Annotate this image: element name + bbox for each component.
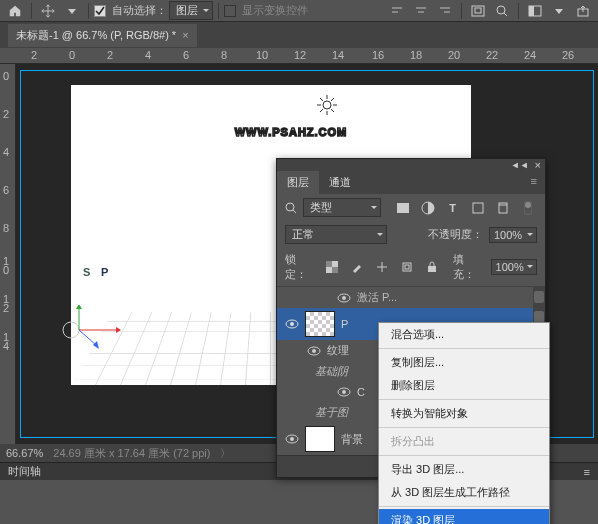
layer-partial[interactable]: 激活 P... bbox=[277, 287, 545, 308]
lock-transparency-icon[interactable] bbox=[322, 258, 341, 276]
layer-thumbnail[interactable] bbox=[305, 311, 335, 337]
lock-artboard-icon[interactable] bbox=[397, 258, 416, 276]
show-transform-checkbox[interactable] bbox=[224, 5, 236, 17]
svg-rect-5 bbox=[444, 11, 450, 13]
blend-row: 正常 不透明度： 100% bbox=[277, 221, 545, 248]
zoom-level[interactable]: 66.67% bbox=[6, 447, 43, 459]
svg-rect-3 bbox=[418, 11, 424, 13]
3d-mode-icon[interactable] bbox=[467, 2, 489, 20]
svg-marker-27 bbox=[93, 341, 99, 349]
visibility-icon[interactable] bbox=[337, 385, 351, 399]
ctx-gen-path[interactable]: 从 3D 图层生成工作路径 bbox=[379, 481, 549, 504]
filter-row: 类型 T bbox=[277, 194, 545, 221]
filter-kind-dropdown[interactable]: 类型 bbox=[303, 198, 381, 217]
filter-search-icon[interactable] bbox=[285, 202, 297, 214]
svg-point-12 bbox=[323, 101, 331, 109]
filter-shape-icon[interactable] bbox=[468, 199, 487, 217]
filter-type-icon[interactable]: T bbox=[443, 199, 462, 217]
svg-rect-0 bbox=[392, 7, 402, 9]
workspace-dd-icon[interactable] bbox=[548, 2, 570, 20]
align-icon-2[interactable] bbox=[410, 2, 432, 20]
filter-toggle-icon[interactable] bbox=[518, 199, 537, 217]
ctx-convert-smart[interactable]: 转换为智能对象 bbox=[379, 402, 549, 425]
layer-context-menu: 混合选项... 复制图层... 删除图层 转换为智能对象 拆分凸出 导出 3D … bbox=[378, 322, 550, 524]
ctx-blend-options[interactable]: 混合选项... bbox=[379, 323, 549, 346]
filter-pixel-icon[interactable] bbox=[393, 199, 412, 217]
close-panel-icon[interactable]: × bbox=[535, 159, 541, 171]
lock-position-icon[interactable] bbox=[372, 258, 391, 276]
tab-layers[interactable]: 图层 bbox=[277, 171, 319, 194]
ctx-export-3d[interactable]: 导出 3D 图层... bbox=[379, 458, 549, 481]
close-tab-icon[interactable]: × bbox=[182, 29, 188, 41]
align-icon-1[interactable] bbox=[386, 2, 408, 20]
ctx-delete-layer[interactable]: 删除图层 bbox=[379, 374, 549, 397]
ctx-copy-layer[interactable]: 复制图层... bbox=[379, 351, 549, 374]
svg-point-50 bbox=[290, 437, 294, 441]
workspace-icon[interactable] bbox=[524, 2, 546, 20]
svg-rect-10 bbox=[529, 6, 534, 16]
auto-select-dropdown[interactable]: 图层 bbox=[169, 1, 213, 20]
svg-rect-40 bbox=[428, 266, 436, 272]
3d-axis-gizmo[interactable] bbox=[61, 305, 121, 355]
move-tool-icon[interactable] bbox=[37, 2, 59, 20]
svg-rect-38 bbox=[403, 263, 411, 271]
svg-line-17 bbox=[320, 98, 323, 101]
svg-line-18 bbox=[331, 109, 334, 112]
svg-rect-4 bbox=[440, 7, 450, 9]
lock-all-icon[interactable] bbox=[422, 258, 441, 276]
tab-channels[interactable]: 通道 bbox=[319, 171, 361, 194]
scroll-up-icon[interactable] bbox=[534, 291, 544, 303]
visibility-icon[interactable] bbox=[285, 317, 299, 331]
svg-rect-37 bbox=[332, 267, 338, 273]
align-icon-3[interactable] bbox=[434, 2, 456, 20]
layer-name: P bbox=[341, 318, 348, 330]
visibility-icon[interactable] bbox=[307, 344, 321, 358]
filter-smart-icon[interactable] bbox=[493, 199, 512, 217]
filter-adjust-icon[interactable] bbox=[418, 199, 437, 217]
canvas-dimensions: 24.69 厘米 x 17.64 厘米 (72 ppi) bbox=[53, 446, 210, 461]
svg-point-48 bbox=[342, 390, 346, 394]
svg-rect-7 bbox=[475, 8, 481, 13]
share-icon[interactable] bbox=[572, 2, 594, 20]
home-icon[interactable] bbox=[4, 2, 26, 20]
fill-label: 填充： bbox=[453, 252, 484, 282]
timeline-menu-icon[interactable]: ≡ bbox=[584, 466, 590, 478]
lock-paint-icon[interactable] bbox=[347, 258, 366, 276]
lock-row: 锁定： 填充： 100% bbox=[277, 248, 545, 287]
svg-rect-2 bbox=[416, 7, 426, 9]
svg-rect-29 bbox=[397, 203, 409, 213]
svg-rect-31 bbox=[473, 203, 483, 213]
search-icon[interactable] bbox=[491, 2, 513, 20]
options-bar: 自动选择： 图层 显示变换控件 bbox=[0, 0, 598, 22]
opacity-value[interactable]: 100% bbox=[489, 227, 537, 243]
svg-point-44 bbox=[290, 322, 294, 326]
panel-tabs: 图层 通道 ≡ bbox=[277, 171, 545, 194]
ctx-render-3d[interactable]: 渲染 3D 图层 bbox=[379, 509, 549, 524]
show-transform-label: 显示变换控件 bbox=[242, 3, 308, 18]
timeline-label[interactable]: 时间轴 bbox=[8, 464, 41, 479]
auto-select-checkbox[interactable] bbox=[94, 5, 106, 17]
auto-select-label: 自动选择： bbox=[112, 3, 167, 18]
layer-name: 纹理 bbox=[327, 343, 349, 358]
ruler-vertical: 0 2 4 6 8 10 12 14 bbox=[0, 64, 16, 444]
3d-light-icon bbox=[317, 95, 337, 115]
document-tab[interactable]: 未标题-1 @ 66.7% (P, RGB/8#) * × bbox=[8, 24, 197, 47]
svg-point-28 bbox=[286, 203, 294, 211]
blend-mode-dropdown[interactable]: 正常 bbox=[285, 225, 387, 244]
visibility-icon[interactable] bbox=[285, 432, 299, 446]
layer-thumbnail[interactable] bbox=[305, 426, 335, 452]
svg-line-20 bbox=[320, 109, 323, 112]
move-dd-icon[interactable] bbox=[61, 2, 83, 20]
fill-value[interactable]: 100% bbox=[491, 259, 537, 275]
panel-menu-icon[interactable]: ≡ bbox=[523, 171, 545, 194]
ruler-horizontal: 2 0 2 4 6 8 10 12 14 16 18 20 22 24 26 bbox=[0, 48, 598, 64]
visibility-icon[interactable] bbox=[337, 291, 351, 305]
watermark-text: WWW.PSAHZ.COM bbox=[131, 111, 451, 143]
svg-point-42 bbox=[342, 296, 346, 300]
svg-point-21 bbox=[63, 322, 79, 338]
svg-point-8 bbox=[497, 6, 505, 14]
svg-marker-25 bbox=[76, 305, 82, 309]
opacity-label: 不透明度： bbox=[428, 227, 483, 242]
status-caret-icon[interactable]: 〉 bbox=[220, 446, 231, 461]
collapse-icon[interactable]: ◄◄ bbox=[511, 160, 529, 170]
